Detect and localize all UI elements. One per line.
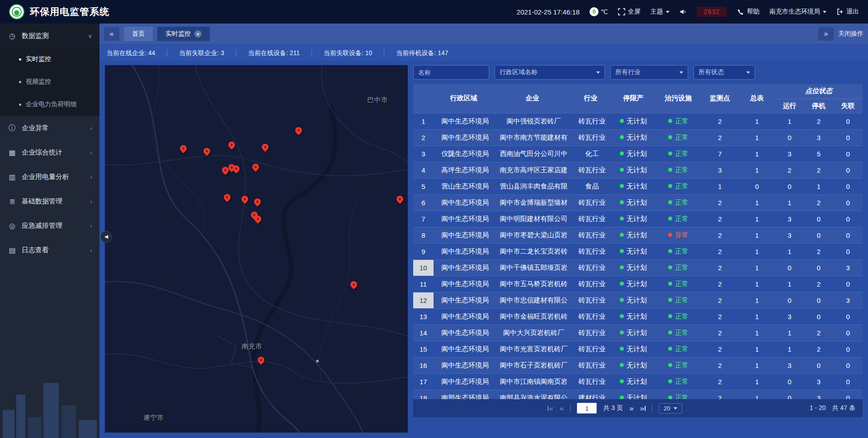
fullscreen-icon: [618, 8, 625, 15]
table-row[interactable]: 1 阆中生态环境局 阆中强锐页岩砖厂 砖瓦行业 无计划 正常 2 1 1 2 0: [413, 113, 863, 129]
next-page-button[interactable]: »: [629, 405, 633, 412]
table-row[interactable]: 7 阆中生态环境局 阆中明阳建材有限公司 砖瓦行业 无计划 正常 2 1 3 0…: [413, 211, 863, 227]
table-row[interactable]: 14 阆中生态环境局 阆中大兴页岩机砖厂 砖瓦行业 无计划 正常 2 1 1 2…: [413, 325, 863, 341]
cell-company: 阆中市忠信建材有限公: [494, 292, 571, 308]
prev-page-button[interactable]: «: [560, 405, 564, 412]
table-row[interactable]: 11 阆中生态环境局 阆中市五马桥页岩机砖 砖瓦行业 无计划 正常 2 1 1 …: [413, 276, 863, 292]
sidebar-group-emergency[interactable]: ◎应急减排管理‹: [0, 213, 99, 238]
cell-stop: 3: [804, 129, 834, 146]
sidebar-group-data-monitor[interactable]: ◷数据监测∨: [0, 24, 99, 48]
map-pin-icon[interactable]: [224, 194, 231, 201]
map-pin-icon[interactable]: [228, 141, 236, 149]
table-row[interactable]: 10 阆中生态环境局 阆中千佛镇五郎垭页岩 砖瓦行业 无计划 正常 2 1 0 …: [413, 259, 863, 276]
close-operations-button[interactable]: 关闭操作: [838, 30, 863, 38]
cell-region: 阆中生态环境局: [434, 211, 494, 227]
tabs-scroll-left-button[interactable]: «: [104, 27, 119, 41]
cell-industry: 砖瓦行业: [571, 292, 611, 308]
alarm-sound-button[interactable]: [679, 8, 687, 15]
header-limit: 停限产: [611, 84, 656, 113]
map-pin-icon[interactable]: [203, 148, 211, 155]
table-row[interactable]: 15 阆中生态环境局 阆中市光富页岩机砖厂 砖瓦行业 无计划 正常 2 1 1 …: [413, 341, 863, 357]
cell-region: 南部生态环境局: [434, 390, 494, 399]
cell-stop: 0: [804, 227, 834, 243]
cell-region: 阆中生态环境局: [434, 357, 494, 373]
sidebar-item[interactable]: 视频监控: [0, 71, 99, 93]
header-region: 行政区域: [434, 84, 494, 113]
status-dot-icon: [668, 135, 672, 139]
help-button[interactable]: 帮助: [737, 8, 760, 16]
sidebar-item[interactable]: 企业电力负荷明细: [0, 93, 99, 116]
page-size-select[interactable]: 20: [659, 403, 682, 414]
sidebar-group-enterprise-stats[interactable]: ▦企业综合统计‹: [0, 140, 99, 165]
total-pages-label: 共 3 页: [603, 404, 623, 412]
cell-points: 2: [701, 373, 739, 390]
map-pin-icon[interactable]: [241, 196, 249, 203]
map-pin-icon[interactable]: [258, 357, 265, 364]
header-point-status-group: 点位状态: [775, 84, 863, 99]
close-tab-icon[interactable]: ✕: [194, 30, 202, 38]
map-city-label: 遂宁市: [143, 414, 164, 422]
tabs-scroll-right-button[interactable]: »: [818, 27, 834, 41]
status-filter-select[interactable]: 所有状态: [693, 65, 755, 80]
fullscreen-button[interactable]: 全屏: [618, 8, 641, 16]
tab-realtime-monitor[interactable]: 实时监控 ✕: [157, 27, 210, 41]
map-pin-icon[interactable]: [396, 196, 404, 203]
logout-button[interactable]: 退出: [836, 8, 859, 16]
table-row[interactable]: 6 阆中生态环境局 阆中市金博瑞新型墙材 砖瓦行业 无计划 正常 2 1 1 2…: [413, 194, 863, 211]
status-dot-icon: [620, 217, 624, 221]
map-pin-icon[interactable]: [180, 145, 187, 152]
table-row[interactable]: 12 阆中生态环境局 阆中市忠信建材有限公 砖瓦行业 无计划 正常 2 1 0 …: [413, 292, 863, 308]
cell-stop: 2: [804, 243, 834, 259]
map-pin-icon[interactable]: [233, 165, 240, 173]
header-industry: 行业: [571, 84, 611, 113]
first-page-button[interactable]: «: [547, 405, 553, 412]
alarm-count-badge[interactable]: 2632: [697, 7, 727, 17]
table-row[interactable]: 13 阆中生态环境局 阆中市金福旺页岩机砖 砖瓦行业 无计划 正常 2 1 3 …: [413, 308, 863, 325]
tab-home[interactable]: 首页: [124, 27, 153, 41]
sidebar-item[interactable]: 实时监控: [0, 48, 99, 71]
page-number-input[interactable]: [577, 403, 597, 414]
name-filter-input[interactable]: [413, 65, 489, 80]
map-pin-icon[interactable]: [252, 164, 259, 171]
sidebar-group-enterprise-alert[interactable]: ⓘ企业异常‹: [0, 116, 99, 140]
last-page-button[interactable]: »: [640, 405, 645, 412]
chevron-down-icon: [674, 407, 677, 410]
table-row[interactable]: 8 阆中生态环境局 阆中市枣碧大梁山页岩 砖瓦行业 无计划 异常 2 1 3 0…: [413, 227, 863, 243]
table-row[interactable]: 5 营山生态环境局 营山县润丰肉食品有限 食品 无计划 正常 1 0 0 1 0: [413, 178, 863, 194]
cell-region: 高坪生态环境局: [434, 162, 494, 178]
sidebar-group-log-view[interactable]: ▤日志查看‹: [0, 238, 99, 262]
table-row[interactable]: 3 仪陇生态环境局 西南油气田分公司川中 化工 无计划 正常 7 1 3 5 0: [413, 146, 863, 162]
sidebar-group-base-data[interactable]: ≣基础数据管理‹: [0, 189, 99, 213]
cell-meters: 1: [739, 276, 775, 292]
org-dropdown[interactable]: 南充市生态环境局: [769, 8, 826, 16]
map-pin-icon[interactable]: [254, 198, 261, 206]
map-pin-icon[interactable]: [262, 144, 269, 151]
cell-industry: 砖瓦行业: [571, 211, 611, 227]
divider: [570, 405, 571, 412]
table-row[interactable]: 4 高坪生态环境局 南充市高坪区王家店建 砖瓦行业 无计划 正常 3 1 2 2…: [413, 162, 863, 178]
map-pin-icon[interactable]: [350, 281, 358, 288]
table-row[interactable]: 16 阆中生态环境局 阆中市石子页岩机砖厂 砖瓦行业 无计划 正常 2 1 3 …: [413, 357, 863, 373]
cell-lost: 0: [833, 357, 863, 373]
cell-run: 3: [775, 357, 804, 373]
theme-dropdown[interactable]: 主题: [651, 8, 670, 16]
chevron-down-icon: [666, 11, 670, 13]
cell-region: 营山生态环境局: [434, 178, 494, 194]
status-dot-icon: [620, 119, 624, 123]
cell-region: 阆中生态环境局: [434, 259, 494, 276]
table-row[interactable]: 2 阆中生态环境局 阆中市南方节能建材有 砖瓦行业 无计划 正常 2 1 0 3…: [413, 129, 863, 146]
cell-limit: 无计划: [611, 194, 656, 211]
map-pin-icon[interactable]: [295, 127, 302, 134]
region-filter-select[interactable]: 行政区域名称: [495, 65, 605, 80]
table-row[interactable]: 17 阆中生态环境局 阆中市江南镇阆南页岩 砖瓦行业 无计划 正常 2 1 0 …: [413, 373, 863, 390]
sidebar-group-power-analysis[interactable]: ▥企业用电量分析‹: [0, 165, 99, 189]
table-row[interactable]: 9 阆中生态环境局 阆中市二龙长宝页岩砖 砖瓦行业 无计划 正常 2 1 1 2…: [413, 243, 863, 259]
cell-points: 2: [701, 211, 739, 227]
industry-filter-select[interactable]: 所有行业: [610, 65, 688, 80]
map-pin-icon[interactable]: [255, 216, 262, 223]
table-row[interactable]: 18 南部生态环境局 南部县兴浩水泥有限公 建材行业 无计划 正常 2 1 0 …: [413, 390, 863, 399]
sidebar-collapse-button[interactable]: ◀: [100, 231, 112, 243]
cell-stop: 2: [804, 194, 834, 211]
status-dot-icon: [620, 363, 624, 367]
map-panel[interactable]: 巴中市南充市遂宁市: [105, 65, 408, 433]
